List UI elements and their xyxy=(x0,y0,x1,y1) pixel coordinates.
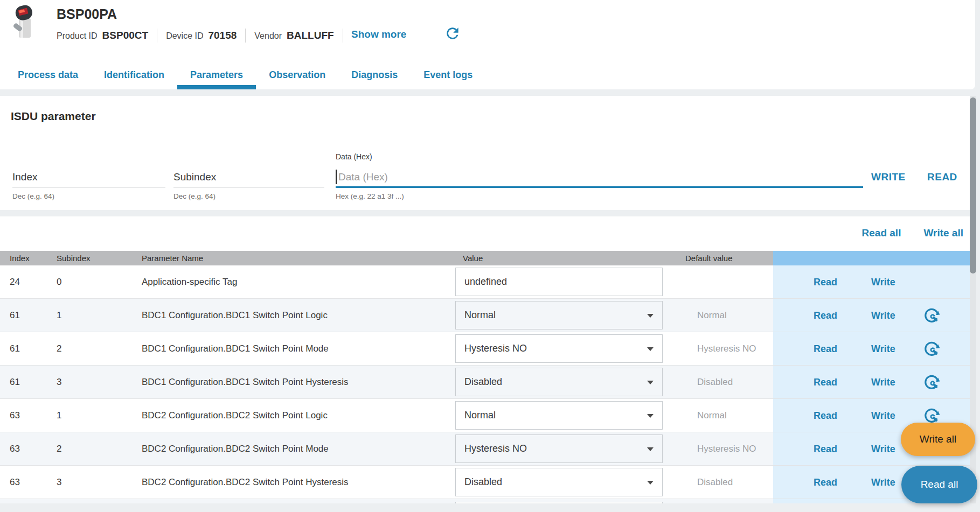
row-read-button[interactable]: Read xyxy=(814,443,837,454)
table-row: 24 0 Application-specific Tag undefined … xyxy=(0,265,970,299)
chevron-down-icon xyxy=(647,381,654,384)
parameter-table-card: Read all Write all Index Subindex Parame… xyxy=(0,216,975,503)
data-hex-placeholder: Data (Hex) xyxy=(338,171,388,183)
text-caret xyxy=(336,170,337,184)
table-row: 63 2 BDC2 Configuration.BDC2 Switch Poin… xyxy=(0,432,970,466)
table-header: Index Subindex Parameter Name Value Defa… xyxy=(0,251,970,265)
chevron-down-icon xyxy=(647,347,654,351)
tab-process-data[interactable]: Process data xyxy=(5,60,91,89)
restore-default-icon[interactable] xyxy=(923,407,940,424)
data-hex-hint: Hex (e.g. 22 a1 3f ...) xyxy=(336,192,404,200)
action-column-header xyxy=(773,251,970,265)
input-underline-focused xyxy=(336,186,863,188)
value-dropdown[interactable]: Hysteresis NO xyxy=(455,434,663,463)
chevron-down-icon xyxy=(647,314,654,318)
row-read-button[interactable]: Read xyxy=(814,410,837,421)
value-dropdown[interactable]: Hysteresis NO xyxy=(455,334,663,363)
tab-observation[interactable]: Observation xyxy=(256,60,338,89)
table-row-partial xyxy=(0,499,970,503)
chevron-down-icon xyxy=(647,447,654,451)
tab-active-indicator xyxy=(177,85,256,89)
restore-default-icon[interactable] xyxy=(923,374,940,391)
restore-default-icon[interactable] xyxy=(923,307,940,324)
subindex-input[interactable]: Subindex Dec (e.g. 64) xyxy=(173,170,324,204)
tab-bar: Process data Identification Parameters O… xyxy=(5,60,485,89)
table-row: 63 3 BDC2 Configuration.BDC2 Switch Poin… xyxy=(0,466,970,499)
show-more-link[interactable]: Show more xyxy=(351,29,406,40)
value-dropdown[interactable] xyxy=(455,502,663,503)
scrollbar-thumb[interactable] xyxy=(970,97,976,273)
row-read-button[interactable]: Read xyxy=(814,476,837,488)
write-all-link[interactable]: Write all xyxy=(923,227,963,239)
read-all-link[interactable]: Read all xyxy=(862,227,901,239)
row-write-button[interactable]: Write xyxy=(871,443,895,454)
isdu-read-button[interactable]: READ xyxy=(927,171,957,183)
row-action-cell: Read Write xyxy=(773,332,970,365)
value-dropdown[interactable]: Normal xyxy=(455,401,663,430)
device-photo xyxy=(11,4,37,39)
divider xyxy=(157,29,157,43)
table-row: 63 1 BDC2 Configuration.BDC2 Switch Poin… xyxy=(0,399,970,432)
row-read-button[interactable]: Read xyxy=(814,343,837,354)
tab-parameters[interactable]: Parameters xyxy=(177,60,256,89)
bulk-actions: Read all Write all xyxy=(862,227,963,239)
input-underline xyxy=(12,187,165,187)
row-read-button[interactable]: Read xyxy=(814,276,837,287)
isdu-parameter-card: ISDU parameter Index Dec (e.g. 64) Subin… xyxy=(0,96,975,210)
meta-vendor: Vendor BALLUFF xyxy=(254,30,333,41)
row-write-button[interactable]: Write xyxy=(871,376,895,388)
chevron-down-icon xyxy=(647,481,654,485)
row-action-cell: Read Write xyxy=(773,265,970,298)
row-action-cell: Read Write xyxy=(773,299,970,332)
input-underline xyxy=(173,187,324,187)
table-row: 61 3 BDC1 Configuration.BDC1 Switch Poin… xyxy=(0,366,970,399)
divider xyxy=(343,29,343,43)
isdu-heading: ISDU parameter xyxy=(11,110,96,123)
value-dropdown[interactable]: Disabled xyxy=(455,368,663,396)
tab-diagnosis[interactable]: Diagnosis xyxy=(338,60,411,89)
refresh-icon[interactable] xyxy=(444,25,461,42)
isdu-write-button[interactable]: WRITE xyxy=(871,171,906,183)
meta-device-id: Device ID 70158 xyxy=(166,30,237,41)
value-dropdown[interactable]: Disabled xyxy=(455,468,663,496)
row-read-button[interactable]: Read xyxy=(814,310,837,321)
tab-identification[interactable]: Identification xyxy=(91,60,177,89)
row-write-button[interactable]: Write xyxy=(871,476,895,488)
value-dropdown[interactable]: Normal xyxy=(455,301,663,329)
read-all-fab[interactable]: Read all xyxy=(901,466,977,503)
chevron-down-icon xyxy=(647,414,654,418)
row-write-button[interactable]: Write xyxy=(871,276,895,287)
data-hex-input[interactable]: Data (Hex) Hex (e.g. 22 a1 3f ...) xyxy=(336,170,863,204)
row-read-button[interactable]: Read xyxy=(814,376,837,388)
data-hex-label: Data (Hex) xyxy=(336,152,372,161)
device-parameter-page: BSP00PA Product ID BSP00CT Device ID 701… xyxy=(0,0,980,512)
device-title: BSP00PA xyxy=(57,6,117,22)
tab-event-logs[interactable]: Event logs xyxy=(411,60,485,89)
row-write-button[interactable]: Write xyxy=(871,343,895,354)
table-row: 61 2 BDC1 Configuration.BDC1 Switch Poin… xyxy=(0,332,970,366)
table-row: 61 1 BDC1 Configuration.BDC1 Switch Poin… xyxy=(0,299,970,332)
index-hint: Dec (e.g. 64) xyxy=(12,192,54,200)
write-all-fab[interactable]: Write all xyxy=(901,423,975,456)
table-body: 24 0 Application-specific Tag undefined … xyxy=(0,265,970,503)
subindex-hint: Dec (e.g. 64) xyxy=(173,192,216,200)
divider xyxy=(245,29,246,43)
meta-product-id: Product ID BSP00CT xyxy=(57,30,148,41)
row-action-cell: Read Write xyxy=(773,366,970,398)
row-write-button[interactable]: Write xyxy=(871,410,895,421)
row-write-button[interactable]: Write xyxy=(871,310,895,321)
value-text-input[interactable]: undefined xyxy=(455,268,663,296)
restore-default-icon[interactable] xyxy=(923,340,940,357)
index-input[interactable]: Index Dec (e.g. 64) xyxy=(12,170,165,204)
device-header: BSP00PA Product ID BSP00CT Device ID 701… xyxy=(0,0,975,89)
device-meta: Product ID BSP00CT Device ID 70158 Vendo… xyxy=(57,28,343,43)
